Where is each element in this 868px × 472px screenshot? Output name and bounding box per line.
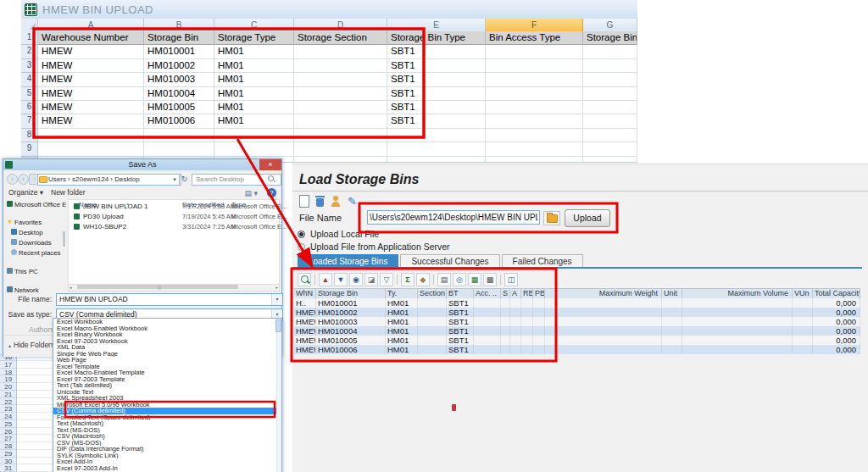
excel-cell[interactable]: SBT1 — [387, 73, 486, 86]
cell-bt[interactable]: SBT1 — [447, 308, 474, 317]
excel-column-header-e[interactable]: E — [387, 19, 486, 32]
excel-cell[interactable] — [583, 59, 637, 73]
radio-upload-from-server[interactable]: Upload File from Application Server — [298, 242, 450, 252]
cell-unit[interactable] — [662, 326, 682, 336]
dropdown-scrollbar[interactable] — [276, 319, 281, 472]
sum-icon[interactable]: Σ — [401, 273, 415, 286]
excel-cell[interactable] — [387, 129, 486, 142]
table-row[interactable]: HMEW HM010005 HM01 SBT1 0,000 — [294, 336, 860, 345]
excel-cell[interactable] — [583, 114, 637, 128]
cell-section[interactable] — [418, 308, 447, 317]
type-option[interactable]: DIF (Data Interchange Format) — [53, 446, 281, 453]
file-row[interactable]: PD30 Upload 7/19/2024 5:45 AM Microsoft … — [69, 213, 279, 221]
excel-row-number[interactable]: 26 — [0, 428, 17, 436]
cell-storage-bin[interactable]: HM010003 — [316, 317, 386, 326]
back-button[interactable]: ‹ — [7, 174, 18, 185]
cell-vun[interactable] — [793, 308, 813, 317]
cell-rb[interactable] — [521, 308, 533, 317]
cell-storage-bin[interactable]: HM010001 — [316, 298, 386, 308]
new-document-icon[interactable] — [299, 195, 309, 208]
table-row[interactable]: HMEW HM010002 HM01 SBT1 0,000 — [294, 308, 860, 317]
excel-data-row[interactable]: 5 HMEW HM010004 HM01 SBT1 — [21, 87, 637, 101]
type-option[interactable]: CSV (Comma delimited) — [53, 408, 281, 414]
excel-data-row[interactable]: 3 HMEW HM010002 HM01 SBT1 — [21, 59, 637, 73]
radio-upload-local-file[interactable]: Upload Local File — [298, 229, 379, 239]
excel-cell[interactable]: HMEW — [38, 87, 144, 101]
excel-row-number[interactable]: 19 — [0, 375, 17, 383]
excel-cell[interactable]: HMEW — [38, 114, 144, 128]
type-option[interactable]: XML Spreadsheet 2003 — [53, 395, 281, 402]
type-option[interactable]: Excel Binary Workbook — [53, 331, 281, 338]
type-option[interactable]: XML Data — [53, 344, 281, 351]
excel-row-number[interactable]: 31 — [0, 464, 17, 472]
excel-cell[interactable]: HM010003 — [144, 73, 214, 86]
cell-section[interactable] — [418, 317, 447, 326]
excel-cell[interactable]: HM010002 — [144, 59, 214, 73]
excel-cell[interactable]: SBT1 — [387, 101, 486, 114]
excel-cell[interactable] — [214, 129, 294, 142]
excel-row-number[interactable]: 24 — [0, 413, 17, 420]
excel-cell[interactable]: Storage Bin Type — [387, 31, 486, 45]
cell-rb[interactable] — [521, 345, 533, 354]
excel-row-number[interactable]: 29 — [0, 450, 17, 458]
cell-whn[interactable]: HMEW — [294, 308, 316, 317]
scroll-left-icon[interactable]: ◂ — [70, 285, 72, 290]
sidebar-item-favorites[interactable]: ★ Favorites — [3, 217, 66, 227]
excel-cell[interactable] — [294, 114, 387, 128]
type-option[interactable]: Web Page — [53, 357, 281, 364]
cell-max-weight[interactable] — [545, 336, 662, 345]
table-row[interactable]: HMEW HM010006 HM01 SBT1 0,000 — [294, 345, 860, 354]
excel-row-number[interactable]: 2 — [21, 45, 38, 58]
change-view-icon[interactable]: ▤ ▾ — [244, 189, 258, 197]
breadcrumb-dropdown-icon[interactable]: ▾ — [170, 174, 180, 186]
cell-pb[interactable] — [533, 336, 545, 345]
excel-row-number[interactable]: 27 — [0, 435, 17, 442]
split-view-icon[interactable]: ◫ — [504, 273, 518, 286]
excel-row-number[interactable]: 6 — [21, 101, 38, 114]
cell-section[interactable] — [418, 336, 447, 345]
cell-whn[interactable]: H.. — [294, 298, 316, 308]
type-option[interactable]: Excel Macro-Enabled Template — [53, 369, 281, 376]
excel-cell[interactable] — [583, 142, 637, 156]
excel-cell[interactable] — [144, 142, 214, 156]
excel-row-number[interactable]: 25 — [0, 420, 17, 428]
breadcrumb[interactable]: Users › s20ewm124 › Desktop — [37, 174, 181, 186]
cell-vun[interactable] — [793, 326, 813, 336]
excel-row-number[interactable]: 30 — [0, 458, 17, 465]
cell-whn[interactable]: HMEW — [294, 336, 316, 345]
excel-row-number[interactable]: 21 — [0, 391, 17, 398]
excel-cell[interactable]: HM01 — [214, 59, 294, 73]
type-option[interactable]: Text (MS-DOS) — [53, 427, 281, 434]
cell-acc[interactable] — [474, 308, 501, 317]
type-option[interactable]: Formatted Text (Space delimited) — [53, 414, 281, 421]
excel-cell[interactable]: HM01 — [214, 45, 294, 58]
type-option[interactable]: Excel Macro-Enabled Workbook — [53, 325, 281, 332]
cell-acc[interactable] — [474, 345, 501, 354]
subtotal-icon[interactable]: ◆ — [416, 273, 430, 286]
excel-data-row[interactable]: 9 — [21, 142, 637, 156]
excel-row-number[interactable]: 5 — [21, 87, 38, 101]
excel-column-header-f-selected[interactable]: F — [486, 19, 583, 32]
type-option[interactable]: Excel 97-2003 Template — [53, 376, 281, 383]
excel-data-row[interactable]: 8 — [21, 129, 637, 142]
cell-type[interactable]: HM01 — [386, 317, 418, 326]
left-pane-scrollbar[interactable] — [63, 231, 65, 247]
excel-cell[interactable] — [486, 87, 583, 101]
excel-cell[interactable]: HM01 — [214, 87, 294, 101]
scrollbar-thumb[interactable] — [275, 319, 281, 332]
excel-row-number[interactable]: 7 — [21, 114, 38, 128]
cell-bt[interactable]: SBT1 — [447, 298, 474, 308]
type-option[interactable]: Excel Add-In — [53, 458, 281, 465]
upload-button[interactable]: Upload — [565, 209, 610, 227]
excel-header-row[interactable]: 1 Warehouse Number Storage Bin Storage T… — [21, 31, 637, 45]
excel-cell[interactable]: Storage Bin — [144, 31, 214, 45]
cell-unit[interactable] — [662, 308, 682, 317]
excel-cell[interactable]: HMEW — [38, 45, 144, 58]
excel-cell[interactable] — [583, 129, 637, 142]
cell-acc[interactable] — [474, 336, 501, 345]
type-option[interactable]: Single File Web Page — [53, 351, 281, 358]
type-option[interactable]: SYLK (Symbolic Link) — [53, 453, 281, 459]
cell-storage-bin[interactable]: HM010006 — [316, 345, 386, 354]
excel-column-header-b[interactable]: B — [144, 19, 214, 32]
excel-cell[interactable]: HM010004 — [144, 87, 214, 101]
